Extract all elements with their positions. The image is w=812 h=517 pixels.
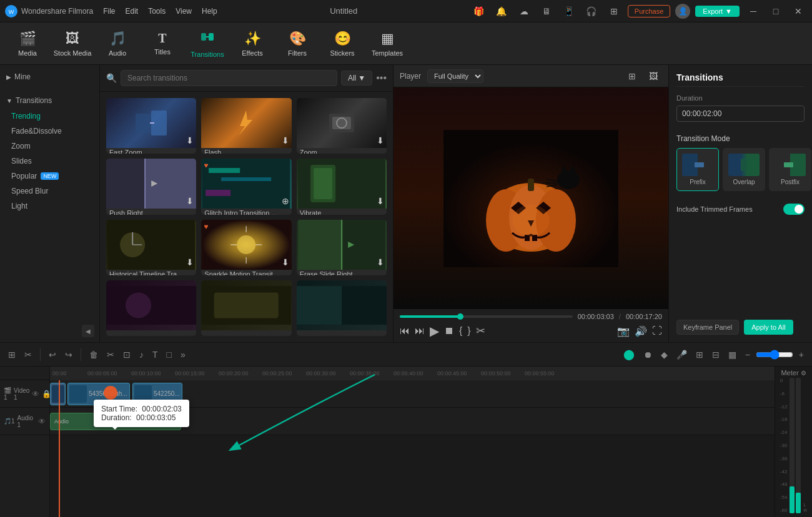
purchase-button[interactable]: Purchase (628, 5, 670, 17)
transition-item-glitch[interactable]: ♥ ⊕ Glitch Intro Transition ... (201, 159, 291, 214)
crop-button[interactable]: ⊡ (120, 348, 134, 362)
more-tools-button[interactable]: » (177, 348, 189, 362)
camera-button[interactable]: 📷 (617, 325, 630, 337)
go-to-start-button[interactable]: ⏮ (400, 325, 410, 337)
transition-item-fastzoom[interactable]: ⬇ Fast Zoom (106, 98, 196, 154)
fullscreen-button[interactable]: ⛶ (652, 325, 662, 337)
record-button[interactable]: ⏺ (640, 348, 655, 362)
sidebar-mine-header[interactable]: ▶ Mine (0, 69, 99, 85)
zoom-slider[interactable] (756, 350, 793, 360)
transition-item-historical[interactable]: ⬇ Historical Timeline Tra... (106, 220, 196, 275)
transition-item-vibrate[interactable]: ⬇ Vibrate (297, 159, 387, 214)
sidebar-item-light[interactable]: Light (0, 199, 99, 214)
menu-view[interactable]: View (176, 7, 192, 16)
menu-help[interactable]: Help (202, 7, 217, 16)
trimmed-toggle[interactable] (783, 204, 805, 215)
mark-in-button[interactable]: { (459, 325, 462, 337)
marker-button[interactable]: ◆ (658, 348, 671, 362)
export-button[interactable]: Export ▼ (695, 6, 740, 17)
keyframe-panel-button[interactable]: Keyframe Panel (676, 320, 739, 335)
undo-button[interactable]: ↩ (46, 348, 59, 362)
cut-button[interactable]: ✂ (104, 348, 117, 362)
text-button[interactable]: T (149, 348, 161, 362)
mic-button[interactable]: 🎤 (673, 348, 690, 362)
playhead[interactable] (59, 380, 60, 517)
split-button[interactable]: ✂ (476, 324, 485, 338)
mode-postfix[interactable]: Postfix (769, 148, 811, 191)
sticker-button[interactable]: □ (164, 348, 175, 362)
transition-item-pushright[interactable]: ⬇ Push Right (106, 159, 196, 214)
volume-button[interactable]: 🔊 (635, 325, 647, 337)
progress-bar[interactable] (400, 315, 573, 318)
mark-out-button[interactable]: } (467, 325, 470, 337)
zoom-in-button[interactable]: + (796, 348, 807, 362)
filter-dropdown[interactable]: All ▼ (341, 71, 372, 86)
smart-cutout-button[interactable]: ✂ (21, 348, 35, 362)
duration-input[interactable] (676, 106, 805, 122)
progress-handle[interactable] (457, 313, 463, 320)
transition-item-flash[interactable]: ⬇ Flash (201, 98, 291, 154)
avatar-icon[interactable]: 👤 (675, 4, 690, 19)
video-clip-1[interactable] (50, 383, 66, 405)
eye-icon[interactable]: 👁 (32, 390, 39, 398)
player-screenshot-icon[interactable]: 🖼 (645, 69, 662, 83)
menu-tools[interactable]: Tools (148, 7, 166, 16)
mode-overlap[interactable]: Overlap (723, 148, 765, 191)
grid-icon[interactable]: ⊞ (605, 4, 623, 18)
eye-icon-a[interactable]: 👁 (38, 417, 46, 426)
format-button[interactable]: ▦ (725, 348, 740, 362)
gift-icon[interactable]: 🎁 (470, 4, 488, 18)
stop-button[interactable]: ⏹ (444, 325, 454, 337)
transition-item-erase[interactable]: ⬇ Erase Slide Right (297, 220, 387, 275)
apply-to-all-button[interactable]: Apply to All (744, 320, 793, 335)
sidebar-transitions-header[interactable]: ▼ Transitions (0, 92, 99, 109)
sidebar-item-popular[interactable]: Popular NEW (0, 169, 99, 184)
minimize-button[interactable]: ─ (745, 4, 762, 18)
tool-filters[interactable]: 🎨 Filters (276, 25, 319, 62)
cloud-icon[interactable]: ☁ (515, 4, 533, 18)
tool-stickers[interactable]: 😊 Stickers (321, 25, 364, 62)
transition-item-sparkle[interactable]: ♥ ⬇ Sparkle Motion Transit ... (201, 220, 291, 275)
play-button[interactable]: ▶ (430, 323, 439, 338)
redo-button[interactable]: ↪ (62, 348, 76, 362)
scene-detect-button[interactable]: ⊞ (5, 348, 19, 362)
tool-media[interactable]: 🎬 Media (6, 25, 49, 62)
headphones-icon[interactable]: 🎧 (583, 4, 600, 18)
overlay-button[interactable]: ⊞ (693, 348, 706, 362)
audio-mix-button[interactable]: ♪ (136, 348, 147, 362)
mode-prefix[interactable]: Prefix (676, 148, 719, 191)
tool-effects[interactable]: ✨ Effects (231, 25, 274, 62)
step-back-button[interactable]: ⏭ (415, 325, 425, 337)
tool-transitions[interactable]: Transitions (186, 25, 229, 62)
meter-settings-icon[interactable]: ⚙ (801, 370, 806, 377)
monitor-icon[interactable]: 🖥 (538, 4, 555, 18)
notification-icon[interactable]: 🔔 (493, 4, 510, 18)
tool-titles[interactable]: T Titles (141, 25, 184, 62)
transition-item-row4b[interactable]: ... (201, 280, 291, 336)
search-input[interactable] (121, 70, 337, 86)
maximize-button[interactable]: □ (767, 4, 785, 18)
sidebar-item-trending[interactable]: Trending (0, 109, 99, 124)
menu-file[interactable]: File (103, 7, 115, 16)
tool-stock-media[interactable]: 🖼 Stock Media (51, 25, 94, 62)
green-circle-button[interactable]: ⬤ (620, 347, 638, 362)
tool-templates[interactable]: ▦ Templates (366, 25, 408, 62)
close-button[interactable]: ✕ (790, 4, 807, 18)
sidebar-item-zoom[interactable]: Zoom (0, 139, 99, 154)
sidebar-item-fadedissolve[interactable]: Fade&Dissolve (0, 124, 99, 139)
sidebar-item-slides[interactable]: Slides (0, 154, 99, 169)
more-options-button[interactable]: ••• (376, 72, 387, 84)
transition-item-zoom[interactable]: ⬇ Zoom (297, 98, 387, 154)
menu-edit[interactable]: Edit (126, 7, 139, 16)
mobile-icon[interactable]: 📱 (560, 4, 578, 18)
sidebar-item-speedblur[interactable]: Speed Blur (0, 184, 99, 199)
split-track-button[interactable]: ⊟ (709, 348, 723, 362)
delete-button[interactable]: 🗑 (86, 348, 101, 362)
sidebar-collapse-button[interactable]: ◀ (82, 325, 94, 337)
tool-audio[interactable]: 🎵 Audio (96, 25, 139, 62)
quality-select[interactable]: Full Quality 1/2 Quality 1/4 Quality (427, 69, 483, 83)
transition-item-row4a[interactable]: ... (106, 280, 196, 336)
transition-item-row4c[interactable]: ... (297, 280, 387, 336)
player-crop-icon[interactable]: ⊞ (623, 69, 641, 83)
zoom-out-button[interactable]: − (742, 348, 753, 362)
